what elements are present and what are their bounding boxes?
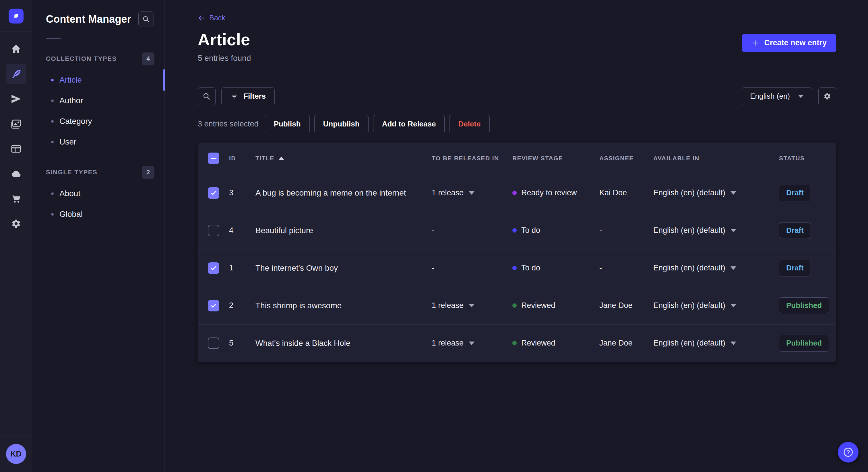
list-settings-button[interactable]: [818, 88, 836, 105]
sidebar-item-label: Global: [59, 210, 83, 219]
search-icon: [143, 15, 150, 23]
cell-available[interactable]: English (en) (default): [653, 189, 779, 197]
filter-icon: [230, 92, 238, 100]
create-new-entry-button[interactable]: Create new entry: [742, 34, 836, 52]
plus-icon: [751, 39, 759, 47]
nav-rail-icons: [6, 39, 26, 234]
row-checkbox[interactable]: [208, 262, 219, 274]
cell-stage: Reviewed: [513, 339, 599, 347]
stage-dot-icon: [513, 228, 517, 233]
row-checkbox[interactable]: [208, 187, 219, 199]
stage-dot-icon: [513, 341, 517, 345]
release-value: 1 release: [432, 301, 464, 310]
available-caret-icon: [731, 266, 736, 270]
cell-id: 2: [229, 301, 255, 310]
sidebar-search-button[interactable]: [138, 11, 154, 27]
cell-available[interactable]: English (en) (default): [653, 339, 779, 347]
cell-title: Beautiful picture: [255, 226, 432, 235]
collection-types-label: COLLECTION TYPES: [46, 55, 117, 63]
locale-select[interactable]: English (en): [742, 88, 812, 105]
cell-released[interactable]: -: [432, 226, 513, 235]
back-link[interactable]: Back: [198, 14, 225, 22]
cell-released[interactable]: -: [432, 264, 513, 272]
table-row[interactable]: 2 This shrimp is awesome 1 release Revie…: [198, 287, 836, 324]
sidebar-item-about[interactable]: About: [32, 183, 164, 204]
single-types-label: SINGLE TYPES: [46, 169, 97, 176]
bullet-icon: [51, 100, 54, 102]
table-row[interactable]: 5 What's inside a Black Hole 1 release R…: [198, 324, 836, 362]
cell-available[interactable]: English (en) (default): [653, 301, 779, 310]
column-header-title[interactable]: TITLE: [255, 155, 432, 162]
check-icon: [210, 265, 217, 272]
sidebar-item-label: Article: [59, 75, 82, 85]
help-button[interactable]: ?: [838, 442, 859, 463]
delete-button[interactable]: Delete: [449, 115, 489, 133]
release-value: 1 release: [432, 339, 464, 347]
sidebar-item-article[interactable]: Article: [32, 70, 164, 90]
sidebar-item-label: About: [59, 189, 81, 198]
table-search-button[interactable]: [198, 88, 216, 105]
cell-title: The internet's Own boy: [255, 264, 432, 273]
cell-id: 4: [229, 226, 255, 235]
collection-types-count: 4: [142, 53, 154, 65]
available-value: English (en) (default): [653, 301, 725, 310]
home-icon[interactable]: [6, 39, 26, 59]
entries-table: ID TITLE TO BE RELEASED IN REVIEW STAGE …: [198, 142, 836, 362]
cell-title: A bug is becoming a meme on the internet: [255, 189, 432, 198]
cell-available[interactable]: English (en) (default): [653, 264, 779, 272]
cell-title: What's inside a Black Hole: [255, 339, 432, 348]
column-header-stage[interactable]: REVIEW STAGE: [513, 155, 599, 162]
cell-assignee: -: [599, 264, 653, 272]
chevron-down-icon: [798, 95, 804, 98]
main-content: Back Article 5 entries found Create new …: [164, 0, 868, 472]
table-row[interactable]: 4 Beautiful picture - To do - English (e…: [198, 212, 836, 249]
column-header-available[interactable]: AVAILABLE IN: [653, 155, 779, 162]
strapi-logo[interactable]: [9, 9, 24, 24]
sidebar-item-category[interactable]: Category: [32, 111, 164, 132]
available-caret-icon: [731, 229, 736, 232]
row-checkbox[interactable]: [208, 300, 219, 311]
row-checkbox[interactable]: [208, 225, 219, 236]
stage-dot-icon: [513, 191, 517, 195]
content-manager-sidebar: Content Manager COLLECTION TYPES 4 Artic…: [32, 0, 164, 472]
sidebar-item-user[interactable]: User: [32, 132, 164, 152]
row-checkbox[interactable]: [208, 338, 219, 349]
unpublish-button[interactable]: Unpublish: [314, 115, 369, 133]
locale-value: English (en): [750, 92, 790, 101]
cell-available[interactable]: English (en) (default): [653, 226, 779, 235]
content-type-builder-icon[interactable]: [6, 138, 26, 159]
release-caret-icon: [469, 341, 474, 345]
entries-count: 5 entries found: [198, 54, 251, 63]
status-badge: Draft: [779, 222, 811, 239]
column-header-assignee[interactable]: ASSIGNEE: [599, 155, 653, 162]
publish-button[interactable]: Publish: [265, 115, 310, 133]
column-header-id[interactable]: ID: [229, 155, 255, 162]
media-library-icon[interactable]: [6, 113, 26, 134]
single-types-count: 2: [142, 166, 154, 179]
selection-count-text: 3 entries selected: [198, 120, 259, 129]
select-all-checkbox[interactable]: [208, 153, 219, 164]
user-avatar[interactable]: KD: [6, 444, 26, 464]
cell-released[interactable]: 1 release: [432, 189, 513, 197]
table-row[interactable]: 3 A bug is becoming a meme on the intern…: [198, 174, 836, 212]
sidebar-item-global[interactable]: Global: [32, 204, 164, 225]
bullet-icon: [51, 141, 54, 143]
column-header-status[interactable]: STATUS: [779, 155, 836, 162]
column-header-released[interactable]: TO BE RELEASED IN: [432, 155, 513, 162]
filters-button[interactable]: Filters: [221, 88, 275, 105]
cloud-icon[interactable]: [6, 164, 26, 184]
settings-gear-icon[interactable]: [6, 213, 26, 234]
stage-dot-icon: [513, 266, 517, 270]
cell-assignee: Jane Doe: [599, 339, 653, 347]
marketplace-cart-icon[interactable]: [6, 189, 26, 209]
table-row[interactable]: 1 The internet's Own boy - To do - Engli…: [198, 249, 836, 287]
available-value: English (en) (default): [653, 189, 725, 197]
add-to-release-button[interactable]: Add to Release: [373, 115, 445, 133]
cell-released[interactable]: 1 release: [432, 301, 513, 310]
cell-released[interactable]: 1 release: [432, 339, 513, 347]
unpublish-label: Unpublish: [323, 120, 360, 129]
sidebar-item-author[interactable]: Author: [32, 90, 164, 111]
publish-label: Publish: [274, 120, 301, 129]
content-manager-icon[interactable]: [6, 64, 26, 84]
releases-icon[interactable]: [6, 89, 26, 109]
